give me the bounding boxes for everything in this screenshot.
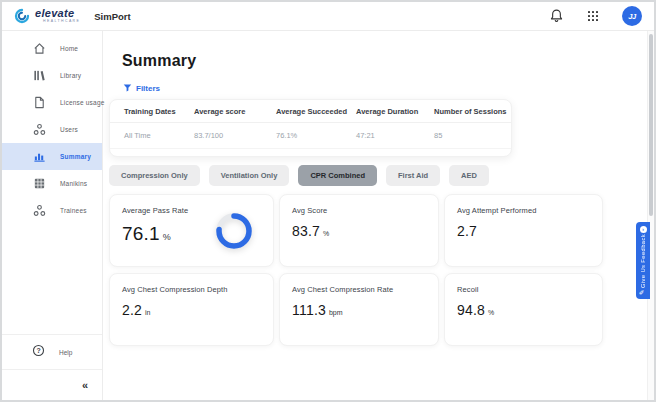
table-cell-number-of-sessions: 85: [434, 131, 511, 140]
elevate-logo-icon: [14, 8, 30, 24]
notifications-bell-icon[interactable]: [549, 8, 564, 24]
brand-logo: elevate HEALTHCARE: [35, 8, 80, 24]
card-label: Avg Chest Compression Rate: [292, 285, 426, 294]
sidebar-item-summary[interactable]: Summary: [2, 143, 102, 170]
card-avg-chest-compression-rate: Avg Chest Compression Rate 111.3 bpm: [279, 273, 439, 346]
feedback-label: Give Us Feedback: [640, 234, 646, 288]
main-content: Summary Filters Training Dates Average s…: [104, 32, 654, 400]
sidebar-item-users[interactable]: Users: [2, 116, 102, 143]
sidebar-item-library[interactable]: Library: [2, 62, 102, 89]
users-icon: [32, 123, 46, 137]
card-recoil: Recoil 94.8 %: [444, 273, 603, 346]
column-header: Training Dates: [124, 107, 194, 116]
page-title: Summary: [122, 52, 654, 70]
table-cell-training-dates: All Time: [124, 131, 194, 140]
card-avg-chest-compression-depth: Avg Chest Compression Depth 2.2 in: [109, 273, 274, 346]
sidebar-item-manikins[interactable]: Manikins: [2, 170, 102, 197]
document-icon: [32, 96, 46, 110]
help-icon: ?: [32, 343, 45, 361]
tab-ventilation-only[interactable]: Ventilation Only: [209, 165, 290, 186]
category-tabs: Compression Only Ventilation Only CPR Co…: [109, 165, 654, 186]
summary-stats-table: Training Dates Average score Average Suc…: [109, 99, 512, 157]
sidebar-item-label: Library: [60, 72, 81, 79]
app-window: elevate HEALTHCARE SimPort JJ Home: [0, 0, 656, 402]
library-icon: [32, 69, 46, 83]
card-label: Avg Chest Compression Depth: [122, 285, 261, 294]
sidebar-spacer: [2, 224, 102, 334]
trainees-icon: [32, 204, 46, 218]
give-us-feedback-tab[interactable]: › Give Us Feedback ✎: [636, 222, 650, 299]
tab-cpr-combined[interactable]: CPR Combined: [298, 165, 377, 186]
filters-label: Filters: [136, 84, 160, 93]
user-avatar[interactable]: JJ: [622, 6, 642, 26]
table-cell-average-score: 83.7/100: [194, 131, 276, 140]
sidebar-collapse-icon[interactable]: «: [82, 380, 88, 391]
sidebar-collapse-row: «: [2, 370, 102, 400]
brand-name: elevate: [35, 8, 80, 19]
vertical-scrollbar: [647, 31, 654, 400]
card-avg-attempt-performed: Avg Attempt Performed 2.7: [444, 194, 603, 267]
column-header: Average score: [194, 107, 276, 116]
card-value: 2.2: [122, 302, 142, 318]
card-unit: %: [163, 232, 171, 242]
tab-aed[interactable]: AED: [449, 165, 489, 186]
card-value: 94.8: [457, 302, 485, 318]
table-cell-average-duration: 47:21: [356, 131, 434, 140]
card-label: Avg Attempt Performed: [457, 206, 590, 215]
sidebar-item-label: License usage: [60, 99, 105, 106]
column-header: Number of Sessions: [434, 107, 511, 116]
sidebar: Home Library License usage Users: [2, 31, 103, 400]
sidebar-item-label: Trainees: [60, 207, 87, 214]
card-value: 76.1: [122, 223, 160, 245]
sidebar-item-home[interactable]: Home: [2, 35, 102, 62]
sidebar-item-label: Summary: [60, 153, 91, 160]
card-label: Recoil: [457, 285, 590, 294]
sidebar-item-label: Home: [60, 45, 78, 52]
pass-rate-donut-chart: [211, 208, 257, 254]
sidebar-item-label: Help: [59, 349, 72, 356]
sidebar-item-help[interactable]: ? Help: [2, 335, 102, 369]
card-value: 111.3: [292, 302, 326, 318]
sidebar-item-trainees[interactable]: Trainees: [2, 197, 102, 224]
sidebar-item-label: Users: [60, 126, 78, 133]
tab-compression-only[interactable]: Compression Only: [109, 165, 200, 186]
summary-chart-icon: [32, 150, 46, 164]
column-header: Average Duration: [356, 107, 434, 116]
sidebar-nav: Home Library License usage Users: [2, 35, 102, 224]
sidebar-item-label: Manikins: [60, 180, 87, 187]
home-icon: [32, 42, 46, 56]
card-average-pass-rate: Average Pass Rate 76.1 %: [109, 194, 274, 267]
sidebar-item-license-usage[interactable]: License usage: [2, 89, 102, 116]
brand-subtitle: HEALTHCARE: [43, 20, 80, 24]
card-value: 2.7: [457, 223, 477, 239]
card-unit: in: [145, 309, 150, 316]
table-header-row: Training Dates Average score Average Suc…: [110, 100, 511, 123]
filter-funnel-icon: [123, 83, 132, 93]
product-name: SimPort: [94, 11, 130, 22]
topbar: elevate HEALTHCARE SimPort JJ: [2, 2, 654, 31]
pencil-icon: ✎: [640, 289, 647, 294]
table-row: All Time 83.7/100 76.1% 47:21 85: [110, 123, 511, 149]
filters-button[interactable]: Filters: [123, 83, 654, 93]
metric-cards-grid: Average Pass Rate 76.1 % Avg Score 83.7 …: [109, 194, 603, 346]
collapse-arrow-icon: ›: [640, 226, 647, 233]
column-header: Average Succeeded: [276, 107, 356, 116]
table-cell-average-succeeded: 76.1%: [276, 131, 356, 140]
card-value: 83.7: [292, 223, 320, 239]
card-unit: %: [323, 230, 329, 237]
card-label: Avg Score: [292, 206, 426, 215]
card-unit: %: [488, 309, 494, 316]
tab-first-aid[interactable]: First Aid: [386, 165, 440, 186]
svg-text:?: ?: [36, 347, 40, 354]
card-avg-score: Avg Score 83.7 %: [279, 194, 439, 267]
scrollbar-thumb[interactable]: [649, 34, 653, 216]
manikins-icon: [32, 177, 46, 191]
card-unit: bpm: [329, 309, 343, 316]
apps-grid-icon[interactable]: [588, 11, 598, 21]
